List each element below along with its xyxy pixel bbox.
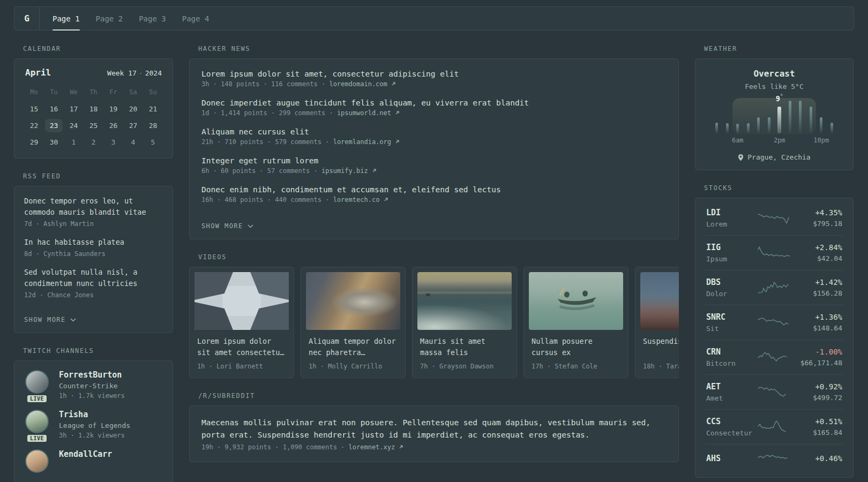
rss-show-more-button[interactable]: SHOW MORE: [24, 316, 76, 323]
stock-price: $165.84: [791, 428, 842, 436]
rss-item[interactable]: Donec tempor eros leo, ut commodo mauris…: [24, 195, 163, 228]
video-card[interactable]: Mauris sit amet massa felis 7h · Grayson…: [412, 267, 517, 378]
subreddit-post-title[interactable]: Maecenas mollis pulvinar erat non posuer…: [201, 417, 657, 441]
stock-row[interactable]: LDILorem +4.35%$795.18: [705, 201, 843, 235]
rss-item-title[interactable]: Donec tempor eros leo, ut commodo mauris…: [24, 195, 163, 218]
weather-bar-slot: 9°: [774, 99, 785, 133]
twitch-channel-row[interactable]: LIVE ForrestBurton Counter-Strike 1h · 1…: [24, 370, 163, 400]
stock-row[interactable]: SNRCSit +1.36%$148.64: [705, 305, 843, 340]
app-logo[interactable]: G: [14, 7, 40, 30]
middle-column: HACKER NEWS Lorem ipsum dolor sit amet, …: [189, 45, 679, 476]
hackernews-item-domain-link[interactable]: loremlandia.org: [333, 138, 391, 146]
weather-bar-slot: [753, 99, 764, 133]
subreddit-section: /R/SUBREDDIT Maecenas mollis pulvinar er…: [189, 392, 679, 462]
stock-sparkline: [757, 245, 791, 261]
channel-name[interactable]: KendallCarr: [59, 449, 112, 459]
channel-avatar-wrap: [24, 449, 50, 473]
video-title[interactable]: Nullam posuere cursus ex: [532, 336, 622, 358]
hackernews-item-domain-link[interactable]: ipsumify.biz: [321, 167, 368, 175]
rss-item[interactable]: Sed volutpat nulla nisl, a condimentum n…: [24, 267, 163, 299]
stock-name: Consectetur: [706, 429, 757, 437]
video-title[interactable]: Mauris sit amet massa felis: [420, 336, 510, 358]
subreddit-post: Maecenas mollis pulvinar erat non posuer…: [201, 417, 667, 451]
channel-category[interactable]: Counter-Strike: [59, 382, 125, 390]
hackernews-item-title[interactable]: Donec imperdiet augue tincidunt felis al…: [201, 99, 667, 107]
weekday-label: Mo: [24, 86, 44, 101]
hackernews-item-title[interactable]: Lorem ipsum dolor sit amet, consectetur …: [201, 70, 667, 78]
videos-section-title: VIDEOS: [198, 253, 679, 261]
rss-item-title[interactable]: In hac habitasse platea: [24, 237, 163, 248]
video-card[interactable]: Lorem ipsum dolor sit amet consectetu… 1…: [189, 267, 294, 378]
twitch-channel-row[interactable]: LIVE Trisha League of Legends 3h · 1.2k …: [24, 410, 163, 439]
stock-name: Lorem: [706, 220, 757, 228]
video-card[interactable]: Suspendisse diam 18h · Tara: [635, 267, 679, 378]
calendar-header: April Week 17·2024: [24, 67, 163, 78]
tab-page-4[interactable]: Page 4: [182, 7, 209, 30]
stock-row[interactable]: AHS +0.46%: [705, 444, 843, 475]
videos-section: VIDEOS Lo: [189, 253, 679, 378]
stock-sparkline: [757, 384, 791, 400]
stock-id: IIGIpsum: [706, 243, 757, 263]
hackernews-section: HACKER NEWS Lorem ipsum dolor sit amet, …: [189, 45, 679, 239]
subreddit-card: Maecenas mollis pulvinar erat non posuer…: [189, 405, 679, 462]
stock-id: SNRCSit: [706, 312, 757, 333]
tab-page-3[interactable]: Page 3: [139, 7, 166, 30]
video-card[interactable]: Nullam posuere cursus ex 17h · Stefan Co…: [523, 267, 628, 378]
video-title[interactable]: Lorem ipsum dolor sit amet consectetu…: [197, 336, 287, 358]
channel-info: KendallCarr: [59, 449, 112, 473]
video-meta: 17h · Stefan Cole: [532, 363, 620, 370]
stock-row[interactable]: IIGIpsum +2.84%$42.04: [705, 235, 843, 270]
rss-item[interactable]: In hac habitasse platea 8d · Cynthia Sau…: [24, 237, 163, 258]
channel-avatar: [25, 449, 49, 473]
hackernews-item-domain-link[interactable]: loremtech.co: [333, 196, 380, 204]
video-thumbnail-image[interactable]: [640, 272, 679, 330]
stock-id: CCSConsectetur: [706, 417, 757, 437]
calendar-day: 20: [123, 101, 143, 117]
stock-row[interactable]: CRNBitcorn -1.00%$66,171.48: [705, 340, 843, 374]
stocks-section-title: STOCKS: [704, 184, 854, 192]
calendar-day: 27: [123, 117, 143, 134]
stock-ticker: IIG: [706, 243, 757, 252]
video-thumbnail-image[interactable]: [417, 272, 512, 330]
current-temp-label: 9°: [776, 93, 783, 103]
tab-page-2[interactable]: Page 2: [96, 7, 123, 30]
video-card[interactable]: Aliquam tempor dolor nec pharetra… 1h · …: [301, 267, 406, 378]
video-title[interactable]: Aliquam tempor dolor nec pharetra…: [309, 336, 399, 358]
stock-price: $499.72: [791, 394, 842, 402]
stock-row[interactable]: AETAmet +0.92%$499.72: [705, 374, 843, 409]
stock-ticker: AET: [706, 382, 757, 391]
hackernews-item-domain-link[interactable]: loremdomain.com: [329, 80, 387, 88]
stock-values: +0.46%: [791, 454, 842, 465]
video-thumbnail-image[interactable]: [306, 272, 400, 330]
stock-values: +2.84%$42.04: [791, 243, 842, 262]
dashboard-page: G Page 1 Page 2 Page 3 Page 4 CALENDAR A…: [0, 0, 868, 482]
video-title[interactable]: Suspendisse diam: [643, 336, 679, 358]
stock-ticker: DBS: [706, 277, 757, 287]
calendar-section-title: CALENDAR: [23, 45, 173, 52]
weather-card: Overcast Feels like 5°C 9° 6am2pm10pm Pr…: [695, 58, 854, 170]
weather-bar-slot: [743, 99, 754, 133]
hackernews-show-more-button[interactable]: SHOW MORE: [201, 222, 253, 230]
misty-figure-graphic: [640, 272, 679, 330]
video-thumbnail-image[interactable]: [529, 272, 623, 330]
stock-name: Sit: [706, 325, 757, 333]
hackernews-item-domain-link[interactable]: ipsumworld.net: [337, 109, 391, 117]
rss-item-title[interactable]: Sed volutpat nulla nisl, a condimentum n…: [24, 267, 163, 289]
stock-row[interactable]: DBSDolor +1.42%$156.28: [705, 270, 843, 305]
video-thumbnail-image[interactable]: [194, 272, 289, 330]
weather-bar: [789, 101, 791, 133]
tab-page-1[interactable]: Page 1: [53, 7, 80, 30]
hackernews-item-title[interactable]: Donec enim nibh, condimentum et accumsan…: [201, 185, 667, 194]
subreddit-post-domain-link[interactable]: loremnet.xyz: [349, 443, 395, 451]
stock-name: Dolor: [706, 290, 757, 298]
channel-name[interactable]: Trisha: [59, 410, 130, 419]
stock-row[interactable]: CCSConsectetur +0.51%$165.84: [705, 409, 843, 444]
hackernews-item-title[interactable]: Aliquam nec cursus elit: [201, 127, 667, 136]
twitch-channel-row[interactable]: KendallCarr: [24, 449, 163, 473]
channel-name[interactable]: ForrestBurton: [59, 370, 125, 380]
twitch-section-title: TWITCH CHANNELS: [23, 347, 173, 355]
hackernews-item-title[interactable]: Integer eget rutrum lorem: [201, 156, 667, 165]
weather-section: WEATHER Overcast Feels like 5°C 9° 6am2p…: [695, 45, 854, 170]
calendar-month: April: [25, 67, 51, 78]
channel-category[interactable]: League of Legends: [59, 421, 130, 430]
